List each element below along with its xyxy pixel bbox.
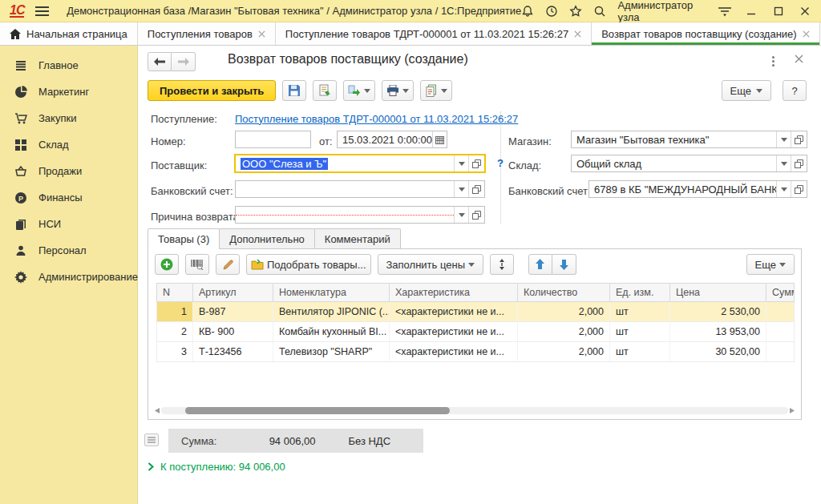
titlebar: 1С Демонстрационная база /Магазин "Бытов… <box>0 0 821 22</box>
table-row[interactable]: 3 Т-123456 Телевизор "SHARP" <характерис… <box>156 342 795 362</box>
table-row[interactable]: 2 КВ- 900 Комбайн кухонный BI... <характ… <box>156 322 795 342</box>
reports-button[interactable] <box>420 80 452 101</box>
calendar-button[interactable] <box>432 131 447 147</box>
tab-return-to-supplier[interactable]: Возврат товаров поставщику (создание) <box>592 22 820 45</box>
dropdown-button[interactable] <box>454 207 468 223</box>
store-combobox[interactable]: Магазин "Бытовая техника" <box>571 131 807 148</box>
add-row-button[interactable] <box>155 254 179 275</box>
fill-prices-button[interactable]: Заполнить цены <box>378 254 483 275</box>
create-based-on-button[interactable] <box>343 80 375 101</box>
tab-comment[interactable]: Комментарий <box>314 228 401 248</box>
to-receipt-link[interactable]: К поступлению: 94 006,00 <box>148 461 285 473</box>
scroll-left-icon[interactable] <box>153 406 161 415</box>
dropdown-button[interactable] <box>776 155 791 171</box>
dropdown-button[interactable] <box>454 181 468 197</box>
bank-account-combobox[interactable] <box>235 180 485 198</box>
sidebar-item-nsi[interactable]: НСИ <box>0 211 137 237</box>
sidebar-item-administration[interactable]: Администрирование <box>0 264 137 290</box>
bank-account2-combobox[interactable]: 6789 в КБ "МЕЖДУНАРОДНЫЙ БАНК РА <box>588 180 807 198</box>
vertical-expand-icon <box>497 259 507 270</box>
person-icon <box>14 244 27 257</box>
receipt-link[interactable]: Поступление товаров ТДРТ-000001 от 11.03… <box>235 113 518 125</box>
table-row[interactable]: 1 B-987 Вентилятор JIPONIC (... <характе… <box>156 302 795 322</box>
print-button[interactable] <box>382 80 414 101</box>
maximize-button[interactable] <box>770 4 787 18</box>
sidebar-item-warehouse[interactable]: Склад <box>0 131 137 158</box>
favorites-star-icon[interactable] <box>569 4 582 18</box>
app-title: Демонстрационная база /Магазин "Бытовая … <box>67 5 521 17</box>
barcode-scan-button[interactable] <box>185 254 209 275</box>
col-n[interactable]: N <box>157 284 193 301</box>
save-button[interactable] <box>282 80 306 101</box>
dropdown-button[interactable] <box>454 155 468 171</box>
open-button[interactable] <box>791 181 807 197</box>
open-button[interactable] <box>791 131 807 147</box>
sidebar-item-purchases[interactable]: Закупки <box>0 105 137 131</box>
dropdown-caret-icon <box>779 263 786 267</box>
dropdown-button[interactable] <box>776 181 791 197</box>
horizontal-scrollbar[interactable] <box>153 406 796 415</box>
search-icon[interactable] <box>593 4 606 18</box>
supplier-help-link[interactable]: ? <box>497 157 504 169</box>
service-menu-icon[interactable] <box>718 4 732 18</box>
sidebar-item-personnel[interactable]: Персонал <box>0 237 137 264</box>
document-copies-icon <box>425 84 438 97</box>
open-button[interactable] <box>468 207 484 223</box>
form-close-icon[interactable] <box>795 54 803 66</box>
supplier-combobox[interactable]: ООО "Слеза и Ъ" <box>235 155 485 172</box>
open-button[interactable] <box>468 155 484 171</box>
warehouse-combobox[interactable]: Общий склад <box>571 155 807 172</box>
return-reason-combobox[interactable] <box>235 206 485 224</box>
col-price[interactable]: Цена <box>670 284 766 301</box>
open-button[interactable] <box>468 181 484 197</box>
date-input[interactable]: 15.03.2021 0:00:00 <box>337 131 447 148</box>
col-quantity[interactable]: Количество <box>518 284 610 301</box>
row-height-toggle-button[interactable] <box>490 254 514 275</box>
sidebar-item-sales[interactable]: Продажи <box>0 158 137 184</box>
scrollbar-thumb[interactable] <box>185 407 450 414</box>
main-menu-button[interactable] <box>35 6 49 16</box>
help-button[interactable]: ? <box>783 80 807 101</box>
edit-row-button[interactable] <box>216 254 240 275</box>
more-button[interactable]: Еще <box>722 80 771 101</box>
col-nomenclature[interactable]: Номенклатура <box>273 284 390 301</box>
post-and-close-button[interactable]: Провести и закрыть <box>148 80 276 101</box>
number-label: Номер: <box>151 135 186 147</box>
bank-account-label: Банковский счет: <box>151 185 233 197</box>
close-button[interactable] <box>797 4 813 18</box>
col-article[interactable]: Артикул <box>193 284 273 301</box>
add-icon <box>160 258 173 271</box>
window-menu-kebab-icon[interactable] <box>766 54 779 68</box>
history-clock-icon[interactable] <box>545 4 558 18</box>
move-row-down-button[interactable] <box>552 254 576 275</box>
forward-button[interactable] <box>172 52 196 71</box>
tab-additional[interactable]: Дополнительно <box>219 228 315 248</box>
table-more-button[interactable]: Еще <box>746 254 795 275</box>
notifications-bell-icon[interactable] <box>521 4 534 18</box>
supplier-value: ООО "Слеза и Ъ" <box>241 158 328 170</box>
tab-home[interactable]: Начальная страница <box>0 22 138 45</box>
move-row-up-button[interactable] <box>528 254 552 275</box>
tab-goods[interactable]: Товары (3) <box>148 228 220 249</box>
dropdown-button[interactable] <box>776 131 791 147</box>
col-characteristic[interactable]: Характеристика <box>390 284 518 301</box>
col-sum[interactable]: Сумма <box>766 284 794 301</box>
open-button[interactable] <box>791 155 807 171</box>
post-document-button[interactable] <box>313 80 337 101</box>
tab-close-icon[interactable] <box>574 30 581 38</box>
tab-close-icon[interactable] <box>258 30 265 38</box>
number-input[interactable] <box>235 131 311 148</box>
pick-goods-button[interactable]: Подобрать товары... <box>246 254 371 275</box>
tab-goods-receipts-list[interactable]: Поступления товаров <box>138 22 276 45</box>
sidebar-item-marketing[interactable]: Маркетинг <box>0 79 137 105</box>
sidebar-item-main[interactable]: Главное <box>0 52 137 79</box>
sidebar-item-finance[interactable]: Р Финансы <box>0 184 137 211</box>
scroll-right-icon[interactable] <box>788 406 796 415</box>
minimize-button[interactable] <box>743 4 759 18</box>
col-unit[interactable]: Ед. изм. <box>610 284 670 301</box>
totals-settings-button[interactable] <box>144 433 159 446</box>
tab-goods-receipt-document[interactable]: Поступление товаров ТДРТ-000001 от 11.03… <box>276 22 592 45</box>
tab-close-icon[interactable] <box>803 30 810 38</box>
current-user[interactable]: Администратор узла <box>617 0 706 23</box>
back-button[interactable] <box>148 52 172 71</box>
